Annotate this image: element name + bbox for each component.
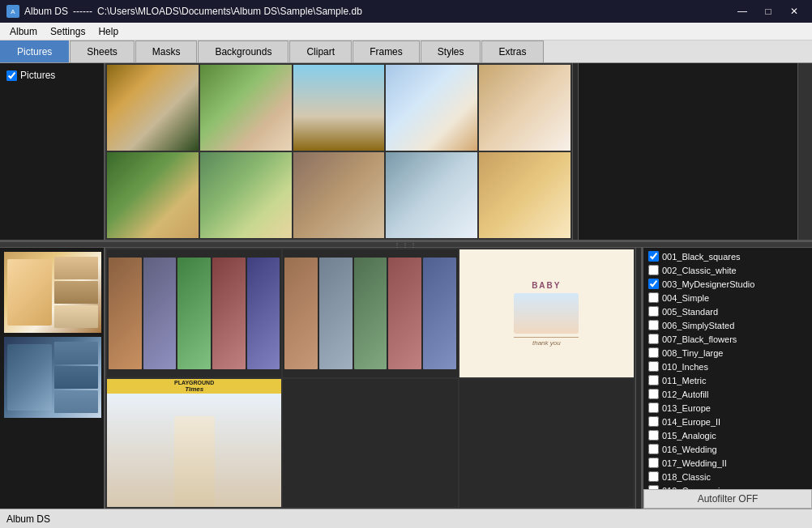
status-app-name: Album DS [6,513,50,525]
photo-cell-8[interactable] [293,152,385,238]
checklist-checkbox-006[interactable] [648,320,659,330]
menu-bar: Album Settings Help [0,23,812,40]
horizontal-splitter[interactable]: ⋮⋮⋮ [0,241,812,248]
checklist-label-018: 018_Classic [662,472,711,482]
title-bar-left: A Album DS ------ C:\Users\MLOADS\Docume… [6,5,362,18]
photo-cell-3[interactable] [293,65,385,151]
autofilter-button[interactable]: Autofilter OFF [643,489,812,509]
vertical-splitter-bottom[interactable] [635,248,642,509]
checklist-checkbox-005[interactable] [648,306,659,317]
checklist-item-002[interactable]: 002_Classic_white [645,263,810,277]
checklist-label-004: 004_Simple [662,293,709,303]
baby-card-cell[interactable]: BABY thank you [459,249,634,377]
checklist-item-011[interactable]: 011_Metric [645,373,810,387]
menu-help[interactable]: Help [92,24,125,39]
photo-cell-9[interactable] [386,152,477,238]
album-thumbnail-2[interactable] [4,337,101,418]
checklist-item-018[interactable]: 018_Classic [645,470,810,483]
tab-pictures[interactable]: Pictures [0,40,69,62]
close-button[interactable]: ✕ [783,3,806,19]
checklist-item-012[interactable]: 012_Autofill [645,387,810,401]
checklist-checkbox-001[interactable] [648,251,659,262]
checklist-label-006: 006_SimplyStated [662,321,734,330]
bottom-grid: BABY thank you PLAYGROUND Times [105,248,635,509]
checklist-checkbox-016[interactable] [648,444,659,454]
main-content: Pictures ⋮⋮⋮ [0,63,812,509]
photo-cell-7[interactable] [200,152,292,238]
bottom-cell-2[interactable] [283,249,457,377]
checklist-checkbox-011[interactable] [648,375,659,385]
checklist-item-016[interactable]: 016_Wedding [645,442,810,456]
vertical-splitter-top[interactable] [572,63,579,240]
photo-cell-6[interactable] [107,152,199,238]
checklist-checkbox-013[interactable] [648,402,659,413]
checklist-item-010[interactable]: 010_Inches [645,360,810,373]
scrollbar-top[interactable] [797,63,812,240]
minimize-button[interactable]: — [731,3,754,19]
tab-sheets[interactable]: Sheets [70,40,134,62]
tab-backgrounds[interactable]: Backgrounds [198,40,288,62]
app-icon: A [6,5,19,18]
tab-extras[interactable]: Extras [481,40,543,62]
file-path: C:\Users\MLOADS\Documents\Album DS\Sampl… [97,6,362,17]
tab-clipart[interactable]: Clipart [289,40,352,62]
checklist-item-015[interactable]: 015_Analogic [645,428,810,442]
checklist-checkbox-002[interactable] [648,265,659,275]
checklist-checkbox-014[interactable] [648,416,659,427]
photo-cell-4[interactable] [386,65,477,151]
checklist-item-013[interactable]: 013_Europe [645,401,810,415]
checklist-area[interactable]: 001_Black_squares002_Classic_white003_My… [643,248,812,489]
title-bar: A Album DS ------ C:\Users\MLOADS\Docume… [0,0,812,23]
checklist-label-011: 011_Metric [662,376,706,385]
photo-cell-2[interactable] [200,65,292,151]
checklist-item-003[interactable]: 003_MyDesignerStudio [645,277,810,291]
checklist-item-014[interactable]: 014_Europe_II [645,415,810,428]
checklist-label-015: 015_Analogic [662,431,716,441]
checklist-item-005[interactable]: 005_Standard [645,304,810,318]
bottom-cell-6[interactable] [459,379,634,507]
menu-album[interactable]: Album [3,24,44,39]
checklist-item-008[interactable]: 008_Tiny_large [645,346,810,360]
photo-cell-10[interactable] [479,152,571,238]
checklist-checkbox-008[interactable] [648,347,659,358]
tab-styles[interactable]: Styles [421,40,481,62]
tab-masks[interactable]: Masks [135,40,198,62]
checklist-label-010: 010_Inches [662,362,708,372]
checklist-label-003: 003_MyDesignerStudio [662,279,754,289]
photo-cell-5[interactable] [479,65,571,151]
checklist-checkbox-012[interactable] [648,389,659,399]
checklist-item-004[interactable]: 004_Simple [645,291,810,304]
top-right-empty [579,63,797,240]
tab-frames[interactable]: Frames [353,40,420,62]
checklist-item-007[interactable]: 007_Black_flowers [645,332,810,346]
pictures-checkbox[interactable] [6,70,17,81]
bottom-cell-1[interactable] [107,249,281,377]
maximize-button[interactable]: □ [757,3,780,19]
checklist-item-006[interactable]: 006_SimplyStated [645,318,810,332]
checklist-checkbox-015[interactable] [648,430,659,441]
checklist-label-005: 005_Standard [662,307,718,317]
magazine-cell[interactable]: PLAYGROUND Times [107,379,281,507]
checklist-label-002: 002_Classic_white [662,266,737,275]
right-panel: 001_Black_squares002_Classic_white003_My… [642,248,812,509]
checklist-checkbox-017[interactable] [648,458,659,468]
checklist-item-019[interactable]: 019_Communion [645,483,810,489]
sidebar-left-bottom [0,248,105,509]
photo-cell-1[interactable] [107,65,199,151]
checklist-item-017[interactable]: 017_Wedding_II [645,456,810,470]
sidebar-left-top: Pictures [0,63,105,240]
checklist-checkbox-003[interactable] [648,279,659,289]
checklist-checkbox-004[interactable] [648,292,659,303]
checklist-checkbox-010[interactable] [648,361,659,372]
top-section: Pictures [0,63,812,241]
checklist-checkbox-018[interactable] [648,471,659,482]
menu-settings[interactable]: Settings [44,24,92,39]
checklist-checkbox-007[interactable] [648,334,659,344]
status-bar: Album DS [0,509,812,528]
checklist-item-001[interactable]: 001_Black_squares [645,249,810,263]
bottom-cell-5[interactable] [283,379,457,507]
checklist-label-014: 014_Europe_II [662,417,720,427]
album-thumbnail-1[interactable] [4,252,101,333]
title-separator: ------ [73,6,92,17]
magazine-line2: Times [109,385,280,393]
